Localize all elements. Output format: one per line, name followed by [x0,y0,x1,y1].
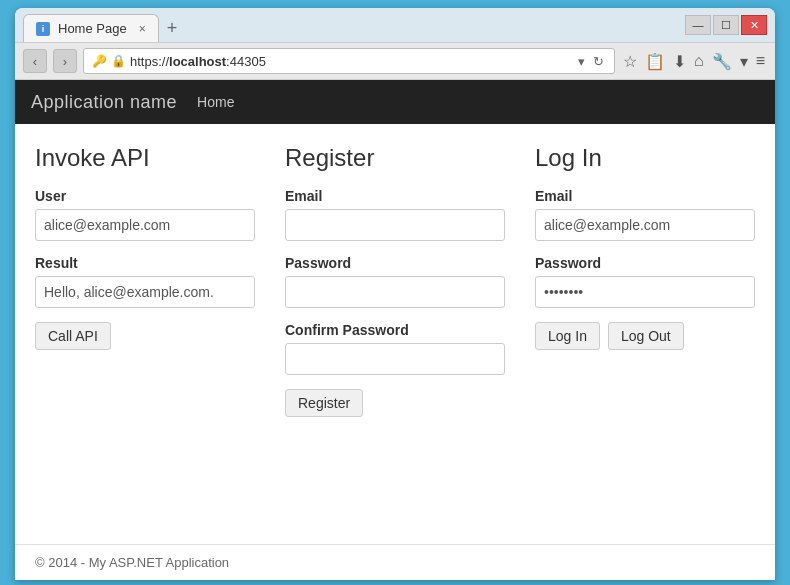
toolbar-icons: ☆ 📋 ⬇ ⌂ 🔧 ▾ ≡ [621,52,767,71]
address-text: https://localhost:44305 [130,54,572,69]
refresh-icon[interactable]: ↻ [591,54,606,69]
clipboard-icon[interactable]: 📋 [643,52,667,71]
address-bar[interactable]: 🔑 🔒 https://localhost:44305 ▾ ↻ [83,48,615,74]
url-host: localhost [169,54,226,69]
invoke-api-title: Invoke API [35,144,255,172]
login-email-label: Email [535,188,755,204]
register-button[interactable]: Register [285,389,363,417]
register-password-label: Password [285,255,505,271]
minimize-button[interactable]: — [685,15,711,35]
register-email-group: Email [285,188,505,241]
forward-button[interactable]: › [53,49,77,73]
login-button-group: Log In Log Out [535,322,755,350]
more-dropdown-icon[interactable]: ▾ [738,52,750,71]
login-password-label: Password [535,255,755,271]
close-button[interactable]: ✕ [741,15,767,35]
wrench-icon[interactable]: 🔧 [710,52,734,71]
footer-text: © 2014 - My ASP.NET Application [35,555,229,570]
lock-icon: 🔒 [111,54,126,68]
back-button[interactable]: ‹ [23,49,47,73]
app-name: Application name [31,92,177,113]
register-password-group: Password [285,255,505,308]
tab-label: Home Page [58,21,127,36]
home-icon[interactable]: ⌂ [692,52,706,70]
url-port: :44305 [226,54,266,69]
register-confirm-label: Confirm Password [285,322,505,338]
user-group: User [35,188,255,241]
new-tab-button[interactable]: + [159,14,186,42]
menu-icon[interactable]: ≡ [754,52,767,70]
app-navbar: Application name Home [15,80,775,124]
window-controls: — ☐ ✕ [685,15,767,35]
download-icon[interactable]: ⬇ [671,52,688,71]
result-box: Hello, alice@example.com. [35,276,255,308]
title-bar: i Home Page × + — ☐ ✕ [15,8,775,42]
register-section: Register Email Password Confirm Password… [285,144,505,431]
tab-favicon: i [36,22,50,36]
login-title: Log In [535,144,755,172]
register-email-label: Email [285,188,505,204]
main-content: Invoke API User Result Hello, alice@exam… [15,124,775,544]
restore-button[interactable]: ☐ [713,15,739,35]
invoke-api-section: Invoke API User Result Hello, alice@exam… [35,144,255,431]
nav-bar: ‹ › 🔑 🔒 https://localhost:44305 ▾ ↻ ☆ 📋 … [15,42,775,80]
register-title: Register [285,144,505,172]
key-icon: 🔑 [92,54,107,68]
logout-button[interactable]: Log Out [608,322,684,350]
user-input[interactable] [35,209,255,241]
login-password-input[interactable] [535,276,755,308]
login-password-group: Password [535,255,755,308]
tab-area: i Home Page × + [23,8,681,42]
call-api-group: Call API [35,322,255,350]
result-group: Result Hello, alice@example.com. [35,255,255,308]
register-button-group: Register [285,389,505,417]
register-email-input[interactable] [285,209,505,241]
register-confirm-input[interactable] [285,343,505,375]
tab-close-button[interactable]: × [139,22,146,36]
url-dropdown-icon[interactable]: ▾ [576,54,587,69]
register-confirm-group: Confirm Password [285,322,505,375]
register-password-input[interactable] [285,276,505,308]
star-icon[interactable]: ☆ [621,52,639,71]
login-section: Log In Email Password Log In Log Out [535,144,755,431]
login-button[interactable]: Log In [535,322,600,350]
url-prefix: https:// [130,54,169,69]
login-email-input[interactable] [535,209,755,241]
home-nav-link[interactable]: Home [197,94,234,110]
browser-window: i Home Page × + — ☐ ✕ ‹ › 🔑 🔒 https://lo… [15,8,775,580]
active-tab[interactable]: i Home Page × [23,14,159,42]
login-email-group: Email [535,188,755,241]
call-api-button[interactable]: Call API [35,322,111,350]
sections-row: Invoke API User Result Hello, alice@exam… [35,144,755,431]
app-footer: © 2014 - My ASP.NET Application [15,544,775,580]
user-label: User [35,188,255,204]
result-label: Result [35,255,255,271]
